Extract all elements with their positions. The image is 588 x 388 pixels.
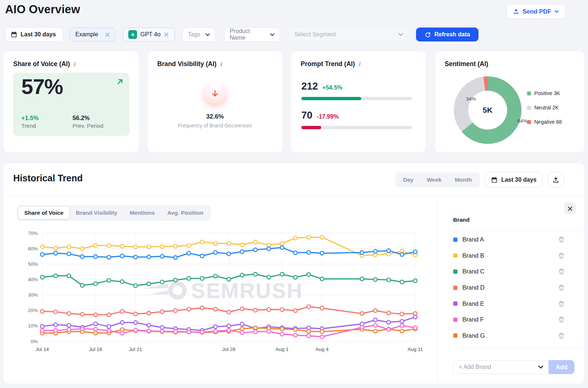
prompt-count: 212: [301, 81, 318, 92]
progress-track: [301, 97, 412, 100]
add-brand-placeholder: + Add Brand: [459, 364, 491, 370]
remove-chip-icon[interactable]: [105, 32, 110, 37]
svg-text:Jul 21: Jul 21: [129, 347, 142, 352]
filter-chip-example[interactable]: Example: [70, 28, 115, 41]
delete-brand-icon[interactable]: [558, 300, 565, 307]
prev-period-value: 56.2%: [72, 115, 103, 122]
legend-swatch: [527, 120, 531, 124]
product-name-dropdown[interactable]: Product Name: [224, 28, 280, 41]
brand-row-brand-g[interactable]: Brand G: [438, 328, 584, 344]
share-of-voice-panel: 57% +1.5% Trend 56.2% Prev. Period: [13, 73, 129, 136]
brand-visibility-caption: Frequency of Brand Occurences: [148, 123, 282, 128]
prompt-change: +54.5%: [322, 84, 343, 91]
sentiment-legend: Positive 3K Neutral 2K Negative 68: [527, 90, 562, 125]
delete-brand-icon[interactable]: [558, 284, 565, 291]
brand-row-brand-a[interactable]: Brand A: [438, 232, 584, 248]
close-icon: [568, 206, 573, 211]
legend-label: Positive 3K: [534, 90, 560, 96]
share-of-voice-title: Share of Voice (AI): [13, 60, 70, 68]
brand-name: Brand E: [462, 300, 558, 307]
brand-row-brand-f[interactable]: Brand F: [438, 312, 584, 328]
prompt-trend-title: Prompt Trend (AI): [301, 60, 355, 68]
legend-label: Neutral 2K: [534, 105, 559, 110]
svg-text:30%: 30%: [28, 292, 38, 298]
info-icon[interactable]: i: [358, 61, 361, 68]
brand-row-brand-e[interactable]: Brand E: [438, 295, 584, 312]
chevron-down-icon: [555, 10, 559, 13]
delete-brand-icon[interactable]: [558, 316, 565, 323]
delete-brand-icon[interactable]: [558, 332, 565, 339]
tab-avg-position[interactable]: Avg. Position: [161, 207, 209, 219]
trend-value: +1.5%: [21, 115, 39, 122]
prompt-trend-row: 212 +54.5%: [301, 81, 412, 100]
export-chart-button[interactable]: [548, 172, 564, 188]
info-icon[interactable]: i: [220, 61, 222, 68]
metric-tabs: Share of VoiceBrand VisibilityMentionsAv…: [17, 205, 211, 221]
segment-select[interactable]: Select Segment: [289, 28, 409, 41]
tab-mentions[interactable]: Mentions: [124, 207, 161, 219]
tags-dropdown[interactable]: Tags: [182, 28, 215, 41]
divider: [450, 348, 584, 349]
close-panel-button[interactable]: [564, 203, 576, 214]
historical-trend-title: Historical Trend: [13, 173, 83, 184]
granularity-week[interactable]: Week: [420, 172, 448, 188]
prompt-trend-row: 70 -17.99%: [301, 110, 412, 129]
granularity-toggle: DayWeekMonth: [395, 172, 480, 188]
refresh-icon: [424, 31, 431, 38]
send-pdf-button[interactable]: Send PDF: [506, 4, 565, 19]
brand-visibility-card: Brand Visibility (AI) i 32.6% Frequency …: [148, 51, 282, 152]
svg-text:Jul 18: Jul 18: [89, 347, 102, 352]
remove-chip-icon[interactable]: [164, 32, 169, 37]
prompt-trend-rows: 212 +54.5% 70 -17.99%: [301, 81, 412, 139]
tab-brand-visibility[interactable]: Brand Visibility: [70, 207, 123, 219]
prev-period-stat: 56.2% Prev. Period: [72, 115, 103, 129]
svg-text:Aug 11: Aug 11: [408, 347, 423, 352]
prompt-trend-card: Prompt Trend (AI) i 212 +54.5% 70 -17.99…: [291, 51, 426, 152]
refresh-data-button[interactable]: Refresh data: [416, 28, 478, 41]
svg-text:Aug 1: Aug 1: [276, 347, 288, 352]
date-range-filter[interactable]: Last 30 days: [5, 28, 63, 41]
add-brand-button[interactable]: Add: [549, 360, 574, 374]
chevron-down-icon: [270, 33, 275, 36]
granularity-month[interactable]: Month: [448, 172, 478, 188]
brand-color-swatch: [453, 301, 458, 306]
product-name-label: Product Name: [230, 28, 267, 41]
calendar-icon: [491, 177, 498, 183]
brand-name: Brand G: [462, 332, 558, 339]
trend-label: Trend: [21, 123, 39, 129]
sentiment-title: Sentiment (AI): [445, 60, 488, 68]
trend-line-chart[interactable]: 0%10%20%30%40%50%60%70%Jul 14Jul 18Jul 2…: [7, 228, 434, 356]
chart-date-range-button[interactable]: Last 30 days: [485, 172, 542, 188]
brand-panel-header: Brand: [453, 217, 470, 223]
refresh-label: Refresh data: [434, 31, 470, 38]
svg-text:20%: 20%: [28, 308, 38, 313]
granularity-day[interactable]: Day: [397, 172, 420, 188]
svg-text:50%: 50%: [28, 261, 38, 267]
legend-swatch: [527, 106, 531, 110]
sentiment-total: 5K: [483, 106, 493, 115]
progress-track: [301, 126, 412, 129]
svg-text:Jul 14: Jul 14: [36, 347, 49, 352]
brand-visibility-value: 32.6%: [148, 113, 282, 120]
info-icon[interactable]: i: [73, 61, 75, 68]
svg-text:40%: 40%: [28, 277, 38, 282]
brand-name: Brand A: [462, 236, 558, 243]
brand-row-brand-b[interactable]: Brand B: [438, 248, 584, 264]
brand-color-swatch: [453, 269, 458, 274]
add-brand-select[interactable]: + Add Brand: [453, 360, 549, 374]
brand-row-brand-c[interactable]: Brand C: [438, 264, 584, 280]
tab-share-of-voice[interactable]: Share of Voice: [18, 207, 69, 219]
delete-brand-icon[interactable]: [558, 236, 565, 243]
delete-brand-icon[interactable]: [558, 252, 565, 259]
chevron-down-icon: [538, 366, 543, 369]
filter-chip-gpt4o[interactable]: GPT 4o: [123, 28, 175, 41]
positive-percent-label: 64%: [517, 118, 527, 124]
brand-visibility-title: Brand Visibility (AI): [157, 60, 216, 68]
brand-name: Brand D: [462, 284, 558, 291]
sentiment-donut-chart: 5K: [454, 76, 521, 144]
sentiment-card: Sentiment (AI) 5K 34% 64% Positive 3K Ne…: [435, 51, 584, 152]
brand-row-brand-d[interactable]: Brand D: [438, 280, 584, 296]
delete-brand-icon[interactable]: [558, 268, 565, 275]
svg-text:70%: 70%: [28, 231, 38, 236]
openai-icon: [128, 30, 137, 39]
